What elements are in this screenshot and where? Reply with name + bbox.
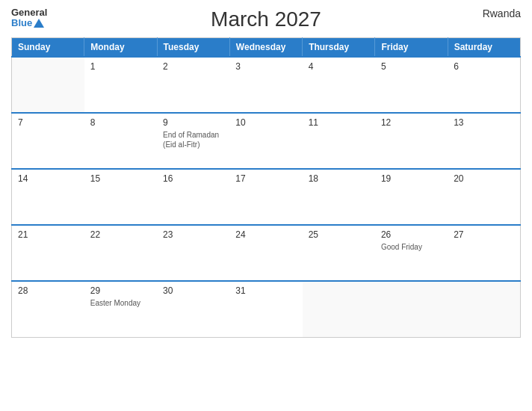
day-number: 25 [309,229,369,240]
day-number: 26 [381,229,442,240]
calendar-cell: 24 [229,225,302,281]
calendar-cell: 7 [12,113,84,169]
day-number: 29 [90,285,151,296]
day-number: 28 [18,285,78,296]
day-number: 15 [90,173,151,184]
day-number: 30 [163,285,223,296]
calendar-cell: 25 [303,225,375,281]
day-number: 20 [454,173,514,184]
calendar-cell: 12 [375,113,448,169]
calendar-cell: 22 [84,225,157,281]
calendar-cell [12,57,84,113]
day-number: 7 [18,117,78,128]
calendar-cell: 26Good Friday [375,225,448,281]
calendar-cell: 16 [157,169,229,225]
day-number: 24 [235,229,296,240]
holiday-label: End of Ramadan (Eid al-Fitr) [163,130,223,149]
calendar-cell: 13 [448,113,520,169]
weekday-header-thursday: Thursday [303,38,375,58]
day-number: 14 [18,173,78,184]
day-number: 10 [235,117,296,128]
calendar-cell: 10 [229,113,302,169]
day-number: 27 [454,229,514,240]
day-number: 5 [381,61,442,72]
page-title: March 2027 [211,7,321,31]
day-number: 8 [90,117,151,128]
day-number: 18 [309,173,369,184]
calendar-cell [448,281,520,337]
calendar-cell: 28 [12,281,84,337]
day-number: 11 [309,117,369,128]
calendar-week-2: 789End of Ramadan (Eid al-Fitr)10111213 [12,113,521,169]
calendar-cell: 20 [448,169,520,225]
day-number: 16 [163,173,223,184]
holiday-label: Good Friday [381,242,442,252]
calendar-cell: 11 [303,113,375,169]
calendar-week-4: 212223242526Good Friday27 [12,225,521,281]
weekday-header-monday: Monday [84,38,157,58]
logo-blue-text: Blue [11,18,47,28]
calendar-cell: 14 [12,169,84,225]
calendar-cell: 1 [84,57,157,113]
day-number: 23 [163,229,223,240]
calendar-week-1: 123456 [12,57,521,113]
logo: General Blue [11,7,47,29]
calendar-cell: 29Easter Monday [84,281,157,337]
day-number: 31 [235,285,296,296]
calendar-header: General Blue March 2027 Rwanda [11,7,521,31]
calendar-cell: 23 [157,225,229,281]
day-number: 2 [163,61,223,72]
calendar-cell [375,281,448,337]
day-number: 19 [381,173,442,184]
weekday-headers: SundayMondayTuesdayWednesdayThursdayFrid… [12,38,521,58]
weekday-header-wednesday: Wednesday [229,38,302,58]
calendar-cell: 5 [375,57,448,113]
country-label: Rwanda [483,7,521,19]
day-number: 21 [18,229,78,240]
calendar-cell: 18 [303,169,375,225]
day-number: 22 [90,229,151,240]
calendar-cell: 19 [375,169,448,225]
day-number: 3 [235,61,296,72]
logo-triangle-icon [34,19,44,28]
day-number: 6 [454,61,514,72]
day-number: 12 [381,117,442,128]
calendar-cell: 30 [157,281,229,337]
weekday-header-tuesday: Tuesday [157,38,229,58]
calendar-cell: 31 [229,281,302,337]
day-number: 13 [454,117,514,128]
calendar-cell: 4 [303,57,375,113]
weekday-header-sunday: Sunday [12,38,84,58]
calendar-page: General Blue March 2027 Rwanda SundayMon… [0,0,532,411]
calendar-cell [303,281,375,337]
calendar-cell: 27 [448,225,520,281]
calendar-table: SundayMondayTuesdayWednesdayThursdayFrid… [11,37,521,338]
day-number: 1 [90,61,151,72]
calendar-cell: 3 [229,57,302,113]
weekday-header-friday: Friday [375,38,448,58]
calendar-cell: 21 [12,225,84,281]
day-number: 9 [163,117,223,128]
calendar-body: 123456789End of Ramadan (Eid al-Fitr)101… [12,57,521,337]
calendar-week-5: 2829Easter Monday3031 [12,281,521,337]
calendar-cell: 9End of Ramadan (Eid al-Fitr) [157,113,229,169]
calendar-week-3: 14151617181920 [12,169,521,225]
day-number: 17 [235,173,296,184]
weekday-header-saturday: Saturday [448,38,520,58]
holiday-label: Easter Monday [90,298,151,308]
calendar-cell: 17 [229,169,302,225]
logo-general-text: General [11,7,47,18]
calendar-cell: 6 [448,57,520,113]
calendar-cell: 2 [157,57,229,113]
calendar-cell: 15 [84,169,157,225]
calendar-cell: 8 [84,113,157,169]
day-number: 4 [309,61,369,72]
calendar-header-row: SundayMondayTuesdayWednesdayThursdayFrid… [12,38,521,58]
